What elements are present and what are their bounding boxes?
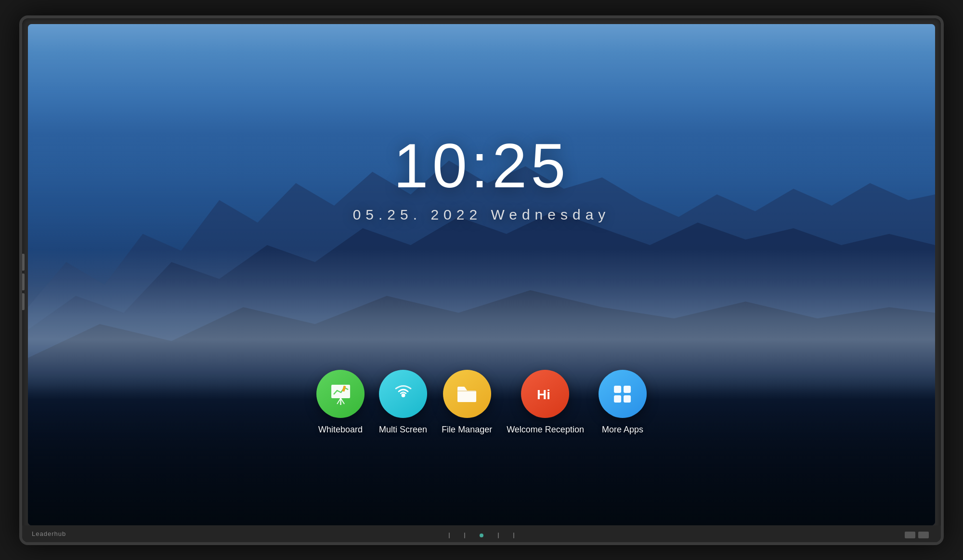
clock-container: 10:25 05.25. 2022 Wednesday bbox=[353, 134, 611, 223]
svg-rect-13 bbox=[624, 395, 631, 403]
app-multiscreen[interactable]: Multi Screen bbox=[379, 370, 427, 435]
apps-container: Whiteboard Multi Screen bbox=[316, 370, 647, 435]
brand-logo: Leaderhub bbox=[32, 530, 66, 537]
app-icon-multiscreen bbox=[379, 370, 427, 418]
bottom-indicators bbox=[449, 533, 514, 538]
app-label-filemanager: File Manager bbox=[442, 425, 492, 435]
app-label-welcome: Welcome Reception bbox=[507, 425, 584, 435]
power-indicator bbox=[480, 534, 483, 537]
app-icon-welcome: Hi bbox=[521, 370, 570, 418]
svg-text:Hi: Hi bbox=[537, 387, 550, 402]
btn-rect-1 bbox=[905, 532, 915, 538]
app-label-moreapps: More Apps bbox=[602, 425, 643, 435]
app-icon-moreapps bbox=[599, 370, 647, 418]
indicator-3 bbox=[498, 533, 499, 538]
svg-point-8 bbox=[401, 393, 405, 397]
app-moreapps[interactable]: More Apps bbox=[599, 370, 647, 435]
btn-rect-2 bbox=[918, 532, 929, 538]
tv-screen: 10:25 05.25. 2022 Wednesday bbox=[28, 24, 935, 525]
app-icon-whiteboard bbox=[316, 370, 364, 418]
indicator-1 bbox=[449, 533, 450, 538]
indicator-2 bbox=[464, 533, 465, 538]
app-label-multiscreen: Multi Screen bbox=[379, 425, 427, 435]
tv-bottom-bar: Leaderhub bbox=[22, 525, 941, 542]
indicator-4 bbox=[513, 533, 514, 538]
app-welcome[interactable]: Hi Welcome Reception bbox=[507, 370, 584, 435]
svg-rect-3 bbox=[331, 385, 350, 398]
clock-time: 10:25 bbox=[353, 134, 611, 197]
app-icon-filemanager bbox=[443, 370, 491, 418]
app-whiteboard[interactable]: Whiteboard bbox=[316, 370, 364, 435]
svg-rect-10 bbox=[614, 386, 621, 393]
clock-date: 05.25. 2022 Wednesday bbox=[353, 207, 611, 223]
bottom-right-buttons bbox=[905, 532, 929, 538]
app-filemanager[interactable]: File Manager bbox=[442, 370, 492, 435]
app-label-whiteboard: Whiteboard bbox=[318, 425, 363, 435]
svg-rect-12 bbox=[614, 395, 621, 403]
svg-rect-11 bbox=[624, 386, 631, 393]
tv-side-buttons bbox=[22, 254, 25, 310]
tv-frame: 10:25 05.25. 2022 Wednesday bbox=[19, 15, 944, 545]
